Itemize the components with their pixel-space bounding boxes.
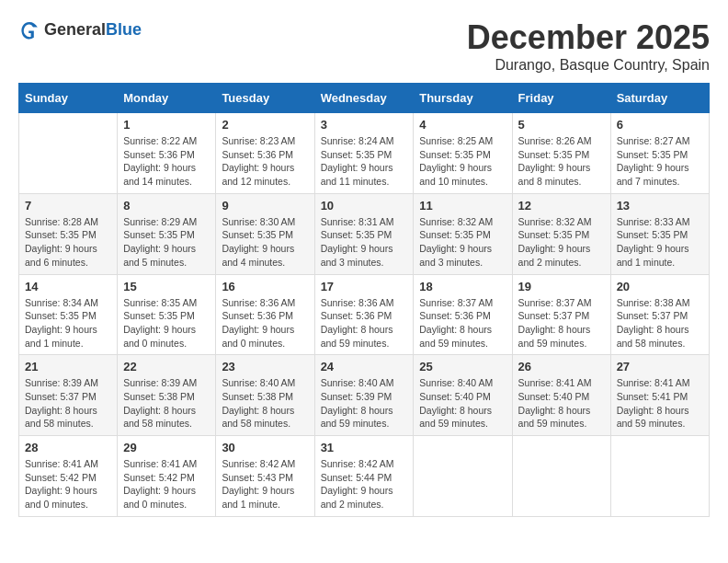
calendar-cell: 7Sunrise: 8:28 AM Sunset: 5:35 PM Daylig… [19,193,118,274]
day-info: Sunrise: 8:27 AM Sunset: 5:35 PM Dayligh… [617,134,703,189]
month-title: December 2025 [467,18,710,57]
day-number: 16 [222,280,308,293]
calendar-cell: 27Sunrise: 8:41 AM Sunset: 5:41 PM Dayli… [610,355,709,436]
day-number: 19 [518,280,605,293]
day-info: Sunrise: 8:29 AM Sunset: 5:35 PM Dayligh… [123,215,210,270]
calendar-cell: 21Sunrise: 8:39 AM Sunset: 5:37 PM Dayli… [19,355,118,436]
day-info: Sunrise: 8:41 AM Sunset: 5:42 PM Dayligh… [123,457,210,511]
day-number: 4 [419,118,506,132]
calendar-cell: 1Sunrise: 8:22 AM Sunset: 5:36 PM Daylig… [118,113,216,194]
calendar-cell: 25Sunrise: 8:40 AM Sunset: 5:40 PM Dayli… [414,355,512,436]
calendar-cell: 3Sunrise: 8:24 AM Sunset: 5:35 PM Daylig… [314,113,414,194]
day-number: 9 [222,199,308,213]
day-number: 3 [321,118,408,132]
calendar-cell: 20Sunrise: 8:38 AM Sunset: 5:37 PM Dayli… [610,274,709,355]
day-info: Sunrise: 8:35 AM Sunset: 5:35 PM Dayligh… [123,296,210,350]
calendar-cell: 13Sunrise: 8:33 AM Sunset: 5:35 PM Dayli… [610,193,709,274]
logo-blue: Blue [106,20,142,39]
location-title: Durango, Basque Country, Spain [467,57,710,74]
calendar-cell: 22Sunrise: 8:39 AM Sunset: 5:38 PM Dayli… [118,355,216,436]
day-number: 18 [419,280,506,293]
column-header-sunday: Sunday [19,84,118,113]
logo: GeneralBlue [18,18,142,40]
day-number: 12 [518,199,605,213]
column-header-monday: Monday [118,84,216,113]
day-number: 20 [617,280,703,293]
calendar-cell: 26Sunrise: 8:41 AM Sunset: 5:40 PM Dayli… [512,355,610,436]
calendar-cell [610,436,709,517]
day-number: 17 [321,280,408,293]
calendar-week-row: 14Sunrise: 8:34 AM Sunset: 5:35 PM Dayli… [19,274,710,355]
day-number: 30 [222,441,308,454]
day-number: 11 [419,199,506,213]
calendar-cell: 19Sunrise: 8:37 AM Sunset: 5:37 PM Dayli… [512,274,610,355]
day-number: 14 [25,280,111,293]
calendar-week-row: 28Sunrise: 8:41 AM Sunset: 5:42 PM Dayli… [19,436,710,517]
calendar-cell [414,436,512,517]
day-info: Sunrise: 8:39 AM Sunset: 5:38 PM Dayligh… [123,376,210,431]
calendar-cell: 2Sunrise: 8:23 AM Sunset: 5:36 PM Daylig… [216,113,314,194]
calendar-cell: 14Sunrise: 8:34 AM Sunset: 5:35 PM Dayli… [19,274,118,355]
calendar-week-row: 7Sunrise: 8:28 AM Sunset: 5:35 PM Daylig… [19,193,710,274]
day-number: 29 [123,441,210,454]
calendar-cell: 15Sunrise: 8:35 AM Sunset: 5:35 PM Dayli… [118,274,216,355]
calendar-cell: 6Sunrise: 8:27 AM Sunset: 5:35 PM Daylig… [610,113,709,194]
calendar-cell: 23Sunrise: 8:40 AM Sunset: 5:38 PM Dayli… [216,355,314,436]
page-header: GeneralBlue December 2025 Durango, Basqu… [18,18,710,74]
day-number: 24 [321,360,408,373]
calendar-cell [19,113,118,194]
day-number: 5 [518,118,605,132]
day-number: 13 [617,199,703,213]
calendar-cell: 8Sunrise: 8:29 AM Sunset: 5:35 PM Daylig… [118,193,216,274]
calendar-cell: 12Sunrise: 8:32 AM Sunset: 5:35 PM Dayli… [512,193,610,274]
logo-general: General [44,20,106,39]
calendar-cell: 31Sunrise: 8:42 AM Sunset: 5:44 PM Dayli… [314,436,414,517]
calendar-cell: 28Sunrise: 8:41 AM Sunset: 5:42 PM Dayli… [19,436,118,517]
day-number: 8 [123,199,210,213]
day-number: 23 [222,360,308,373]
day-info: Sunrise: 8:42 AM Sunset: 5:43 PM Dayligh… [222,457,308,511]
calendar-week-row: 1Sunrise: 8:22 AM Sunset: 5:36 PM Daylig… [19,113,710,194]
day-info: Sunrise: 8:34 AM Sunset: 5:35 PM Dayligh… [25,296,111,350]
day-info: Sunrise: 8:33 AM Sunset: 5:35 PM Dayligh… [617,215,703,270]
day-info: Sunrise: 8:37 AM Sunset: 5:37 PM Dayligh… [518,296,605,350]
calendar-cell: 24Sunrise: 8:40 AM Sunset: 5:39 PM Dayli… [314,355,414,436]
calendar-week-row: 21Sunrise: 8:39 AM Sunset: 5:37 PM Dayli… [19,355,710,436]
day-info: Sunrise: 8:41 AM Sunset: 5:40 PM Dayligh… [518,376,605,431]
day-info: Sunrise: 8:36 AM Sunset: 5:36 PM Dayligh… [321,296,408,350]
calendar-cell: 5Sunrise: 8:26 AM Sunset: 5:35 PM Daylig… [512,113,610,194]
day-number: 10 [321,199,408,213]
logo-text: GeneralBlue [44,20,142,40]
day-number: 28 [25,441,111,454]
day-info: Sunrise: 8:41 AM Sunset: 5:41 PM Dayligh… [617,376,703,431]
column-header-thursday: Thursday [414,84,512,113]
day-number: 27 [617,360,703,373]
day-info: Sunrise: 8:37 AM Sunset: 5:36 PM Dayligh… [419,296,506,350]
day-info: Sunrise: 8:32 AM Sunset: 5:35 PM Dayligh… [419,215,506,270]
calendar-cell: 10Sunrise: 8:31 AM Sunset: 5:35 PM Dayli… [314,193,414,274]
day-number: 22 [123,360,210,373]
day-number: 2 [222,118,308,132]
day-info: Sunrise: 8:30 AM Sunset: 5:35 PM Dayligh… [222,215,308,270]
day-info: Sunrise: 8:25 AM Sunset: 5:35 PM Dayligh… [419,134,506,189]
day-number: 26 [518,360,605,373]
day-number: 15 [123,280,210,293]
day-info: Sunrise: 8:26 AM Sunset: 5:35 PM Dayligh… [518,134,605,189]
day-number: 7 [25,199,111,213]
calendar-cell: 16Sunrise: 8:36 AM Sunset: 5:36 PM Dayli… [216,274,314,355]
day-info: Sunrise: 8:40 AM Sunset: 5:38 PM Dayligh… [222,376,308,431]
day-number: 6 [617,118,703,132]
day-info: Sunrise: 8:24 AM Sunset: 5:35 PM Dayligh… [321,134,408,189]
calendar-table: SundayMondayTuesdayWednesdayThursdayFrid… [18,83,710,517]
day-info: Sunrise: 8:39 AM Sunset: 5:37 PM Dayligh… [25,376,111,431]
logo-icon [18,18,40,40]
day-info: Sunrise: 8:28 AM Sunset: 5:35 PM Dayligh… [25,215,111,270]
calendar-cell: 11Sunrise: 8:32 AM Sunset: 5:35 PM Dayli… [414,193,512,274]
calendar-header-row: SundayMondayTuesdayWednesdayThursdayFrid… [19,84,710,113]
calendar-cell: 9Sunrise: 8:30 AM Sunset: 5:35 PM Daylig… [216,193,314,274]
column-header-tuesday: Tuesday [216,84,314,113]
calendar-cell: 30Sunrise: 8:42 AM Sunset: 5:43 PM Dayli… [216,436,314,517]
day-info: Sunrise: 8:42 AM Sunset: 5:44 PM Dayligh… [321,457,408,511]
day-number: 21 [25,360,111,373]
calendar-cell: 29Sunrise: 8:41 AM Sunset: 5:42 PM Dayli… [118,436,216,517]
